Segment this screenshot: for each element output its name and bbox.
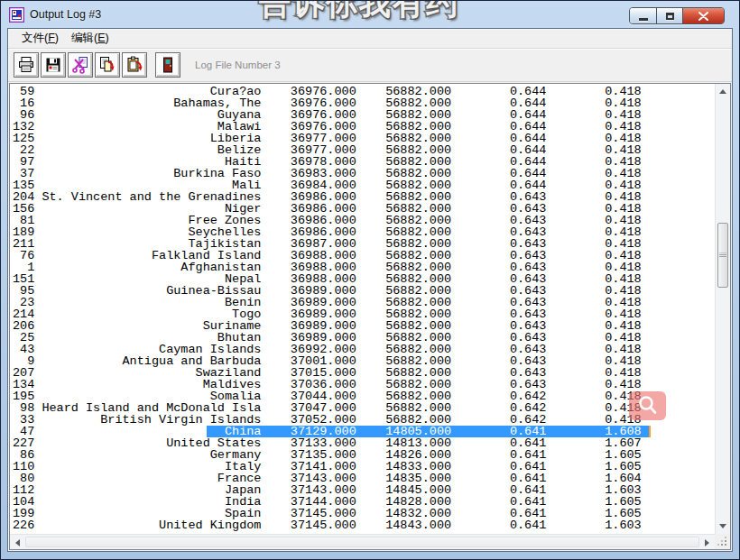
close-icon	[698, 12, 708, 21]
exit-door-icon	[159, 56, 177, 74]
maximize-icon	[666, 13, 674, 20]
log-row[interactable]: 47 China 37129.000 14805.000 0.641 1.608	[13, 426, 715, 437]
cut-button[interactable]	[68, 52, 93, 78]
horizontal-scroll-thumb[interactable]	[25, 537, 699, 547]
horizontal-scrollbar[interactable]	[10, 534, 715, 549]
vertical-scrollbar[interactable]	[715, 84, 730, 534]
arrow-left-icon	[15, 539, 20, 546]
print-icon	[17, 56, 35, 74]
copy-button[interactable]	[95, 52, 120, 78]
resize-grip[interactable]	[715, 534, 730, 549]
menubar: 文件(F) 编辑(E)	[8, 29, 732, 49]
log-file-status: Log File Number 3	[195, 60, 281, 70]
minimize-button[interactable]	[630, 8, 656, 23]
scroll-up-button[interactable]	[715, 84, 730, 99]
text-caret	[649, 426, 651, 437]
save-button[interactable]	[41, 52, 66, 78]
scroll-left-button[interactable]	[10, 535, 25, 550]
maximize-button[interactable]	[656, 8, 682, 23]
paste-icon	[125, 56, 143, 74]
output-log-window: Output Log #3 告诉你我有约 文件(F) 编辑(E)	[0, 0, 740, 560]
close-button[interactable]	[682, 8, 724, 23]
menu-edit[interactable]: 编辑(E)	[65, 29, 116, 48]
copy-icon	[98, 56, 116, 74]
exit-button[interactable]	[155, 52, 180, 78]
app-icon[interactable]	[9, 7, 24, 23]
scroll-down-button[interactable]	[715, 519, 730, 534]
arrow-down-icon	[719, 524, 726, 528]
window-controls	[629, 7, 725, 24]
paste-button[interactable]	[122, 52, 147, 78]
minimize-icon	[639, 18, 648, 21]
scroll-right-button[interactable]	[699, 535, 715, 550]
print-button[interactable]	[14, 52, 39, 78]
titlebar[interactable]: Output Log #3	[2, 2, 738, 28]
client-area: 文件(F) 编辑(E)	[7, 28, 733, 552]
cut-icon	[71, 56, 89, 74]
thumb-grip-icon	[719, 253, 726, 258]
search-overlay-button[interactable]	[629, 391, 666, 420]
log-view: 59 Cura?ao 36976.000 56882.000 0.644 0.4…	[9, 83, 731, 550]
arrow-right-icon	[705, 539, 709, 546]
search-icon	[634, 394, 661, 418]
log-row[interactable]: 226 United Kingdom 37145.000 14843.000 0…	[13, 519, 715, 531]
vertical-scroll-thumb[interactable]	[717, 223, 728, 288]
toolbar: Log File Number 3	[8, 49, 732, 82]
arrow-up-icon	[719, 89, 726, 94]
menu-file[interactable]: 文件(F)	[15, 29, 65, 48]
window-title: Output Log #3	[30, 8, 101, 21]
log-text-area[interactable]: 59 Cura?ao 36976.000 56882.000 0.644 0.4…	[10, 84, 715, 534]
save-icon	[44, 56, 62, 74]
